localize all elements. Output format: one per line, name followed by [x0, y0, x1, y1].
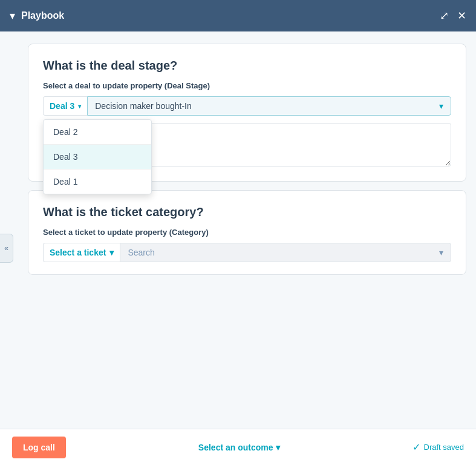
- deal-stage-card: What is the deal stage? Select a deal to…: [28, 44, 466, 182]
- ticket-chevron-icon: ▾: [109, 248, 114, 257]
- close-button[interactable]: ✕: [457, 9, 466, 22]
- expand-icon: ⤢: [440, 9, 449, 22]
- close-icon: ✕: [457, 9, 466, 22]
- search-chevron-icon: ▾: [439, 248, 443, 257]
- select-ticket-label: Select a ticket: [50, 248, 106, 257]
- header-left: ▾ Playbook: [10, 9, 64, 22]
- ticket-selector-row: Select a ticket ▾ ▾: [43, 243, 451, 262]
- deal-stage-label: Select a deal to update property (Deal S…: [43, 81, 451, 90]
- ticket-category-card: What is the ticket category? Select a ti…: [28, 190, 466, 275]
- collapse-sidebar-tab[interactable]: «: [0, 234, 13, 263]
- deal-option-deal2[interactable]: Deal 2: [44, 120, 151, 145]
- collapse-header-button[interactable]: ▾: [10, 9, 15, 22]
- footer: Log call Select an outcome ▾ ✓ Draft sav…: [0, 429, 476, 465]
- draft-saved-status: ✓ Draft saved: [412, 441, 464, 453]
- footer-spacer: [28, 283, 466, 320]
- ticket-search-input[interactable]: [128, 248, 439, 257]
- ticket-selector-button[interactable]: Select a ticket ▾: [43, 243, 120, 262]
- header-title: Playbook: [21, 10, 64, 21]
- selected-deal-label: Deal 3: [50, 101, 74, 111]
- main-wrapper: « What is the deal stage? Select a deal …: [0, 31, 476, 465]
- header: ▾ Playbook ⤢ ✕: [0, 0, 476, 31]
- deal-selector-button[interactable]: Deal 3 ▾: [43, 96, 87, 116]
- deal-stage-title: What is the deal stage?: [43, 59, 451, 73]
- ticket-category-label: Select a ticket to update property (Cate…: [43, 228, 451, 237]
- value-chevron-icon: ▾: [439, 101, 443, 111]
- deal-dropdown-menu: Deal 2 Deal 3 Deal 1: [43, 119, 152, 194]
- ticket-category-title: What is the ticket category?: [43, 205, 451, 219]
- double-chevron-left-icon: «: [4, 244, 8, 252]
- expand-button[interactable]: ⤢: [440, 9, 449, 22]
- outcome-label: Select an outcome: [198, 443, 273, 452]
- deal-option-deal3[interactable]: Deal 3: [44, 145, 151, 170]
- deal-selector-row: Deal 3 ▾ Deal 2 Deal 3 Deal 1 D: [43, 96, 451, 116]
- header-icons: ⤢ ✕: [440, 9, 466, 22]
- outcome-chevron-icon: ▾: [276, 443, 280, 452]
- draft-saved-label: Draft saved: [424, 443, 464, 452]
- content-area: What is the deal stage? Select a deal to…: [18, 31, 476, 465]
- ticket-search-box[interactable]: ▾: [120, 243, 451, 262]
- log-call-button[interactable]: Log call: [12, 437, 66, 458]
- deal-value-dropdown[interactable]: Decision maker bought-In ▾: [87, 96, 451, 116]
- deal-value-text: Decision maker bought-In: [95, 101, 192, 111]
- deal-chevron-icon: ▾: [78, 103, 81, 110]
- deal-option-deal1[interactable]: Deal 1: [44, 170, 151, 194]
- select-outcome-button[interactable]: Select an outcome ▾: [198, 443, 280, 452]
- check-icon: ✓: [412, 441, 420, 453]
- chevron-down-icon: ▾: [10, 9, 15, 22]
